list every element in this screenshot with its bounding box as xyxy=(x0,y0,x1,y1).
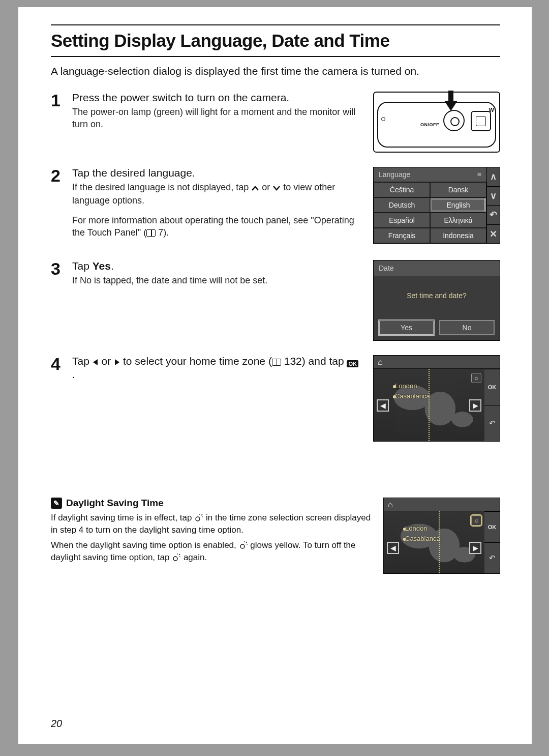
step-3-heading: Tap Yes. xyxy=(72,260,364,272)
triangle-right-icon xyxy=(114,356,120,368)
language-option[interactable]: Indonesia xyxy=(430,228,486,243)
page-title: Setting Display Language, Date and Time xyxy=(51,31,500,51)
step-1-desc: The power-on lamp (green) will light for… xyxy=(72,106,364,131)
date-screen-title: Date xyxy=(374,260,500,276)
figure-date-prompt: Date Set time and date? Yes No xyxy=(373,260,500,341)
dst-icon xyxy=(194,513,203,522)
top-rule xyxy=(51,24,500,25)
close-button[interactable]: ✕ xyxy=(486,225,500,244)
svg-point-7 xyxy=(240,544,245,548)
step-3: 3 Tap Yes. If No is tapped, the date and… xyxy=(51,260,500,341)
book-icon xyxy=(146,229,156,237)
shutter-button-icon xyxy=(471,111,491,131)
step-2-number: 2 xyxy=(51,167,65,246)
nav-right-button[interactable]: ▶ xyxy=(469,399,481,412)
onoff-label: ON/OFF xyxy=(420,122,439,127)
figure-camera-top: ON/OFF W xyxy=(373,92,500,153)
ok-button[interactable]: OK xyxy=(484,369,500,405)
language-option-selected[interactable]: English xyxy=(430,197,486,213)
meridian-line xyxy=(439,511,440,573)
note-daylight-saving: ✎ Daylight Saving Time If daylight savin… xyxy=(51,498,500,574)
power-switch-icon xyxy=(443,110,465,131)
svg-marker-1 xyxy=(93,359,98,365)
note-title: Daylight Saving Time xyxy=(66,498,164,509)
step-1: 1 Press the power switch to turn on the … xyxy=(51,92,500,153)
step-2-desc: If the desired language is not displayed… xyxy=(72,181,364,239)
language-option[interactable]: Dansk xyxy=(430,182,486,197)
dst-icon xyxy=(172,553,181,562)
no-button[interactable]: No xyxy=(439,320,495,335)
book-icon xyxy=(272,359,281,366)
svg-point-11 xyxy=(173,557,177,561)
home-icon: ⌂ xyxy=(378,358,383,367)
note-badge-icon: ✎ xyxy=(51,498,62,509)
dst-toggle[interactable]: ☼ xyxy=(471,373,481,383)
back-button[interactable]: ↶ xyxy=(484,405,500,441)
meridian-line xyxy=(429,369,430,441)
figure-timezone-dst-screen: ⌂ London Casablanca ◀ ▶ ☼ OK ↶ xyxy=(383,498,500,574)
svg-point-3 xyxy=(196,517,200,521)
page-number: 20 xyxy=(51,718,62,730)
nav-right-button[interactable]: ▶ xyxy=(469,542,481,554)
title-underline xyxy=(51,56,500,57)
figure-timezone-screen: ⌂ London Casablanca ◀ ▶ ☼ OK ↶ xyxy=(373,355,500,442)
svg-line-10 xyxy=(246,542,247,543)
step-2: 2 Tap the desired language. If the desir… xyxy=(51,167,500,246)
language-screen-title: Language ≡ xyxy=(374,167,486,182)
nav-left-button[interactable]: ◀ xyxy=(377,399,389,412)
step-4-number: 4 xyxy=(51,355,65,442)
triangle-left-icon xyxy=(93,356,99,368)
svg-line-14 xyxy=(179,554,180,555)
date-prompt-text: Set time and date? xyxy=(374,276,500,315)
dst-toggle-on[interactable]: ☼ xyxy=(471,515,481,526)
step-3-number: 3 xyxy=(51,260,65,341)
step-2-heading: Tap the desired language. xyxy=(72,167,364,179)
figure-language-screen: Language ≡ Čeština Dansk Deutsch English… xyxy=(373,167,500,244)
language-option[interactable]: Español xyxy=(374,213,430,228)
step-4-heading: Tap or to select your home time zone ( 1… xyxy=(72,355,364,381)
step-1-number: 1 xyxy=(51,92,65,153)
chevron-down-icon xyxy=(272,182,281,194)
menu-icon[interactable]: ≡ xyxy=(477,170,481,179)
step-3-desc: If No is tapped, the date and time will … xyxy=(72,274,364,286)
home-icon: ⌂ xyxy=(388,500,393,509)
w-label: W xyxy=(489,107,494,113)
yes-button[interactable]: Yes xyxy=(379,320,434,335)
svg-line-6 xyxy=(201,514,202,515)
language-option[interactable]: Deutsch xyxy=(374,197,430,213)
back-button[interactable]: ↶ xyxy=(486,206,500,225)
step-1-heading: Press the power switch to turn on the ca… xyxy=(72,92,364,104)
chevron-up-icon xyxy=(251,182,259,194)
manual-page: Setting Display Language, Date and Time … xyxy=(18,7,532,744)
scroll-up-button[interactable]: ∧ xyxy=(486,167,500,187)
ok-button[interactable]: OK xyxy=(484,511,500,542)
svg-marker-0 xyxy=(444,91,458,111)
city-label: Casablanca xyxy=(405,535,440,542)
down-arrow-icon xyxy=(442,91,460,113)
language-option[interactable]: Čeština xyxy=(374,182,430,197)
ok-icon: OK xyxy=(347,360,358,367)
nav-left-button[interactable]: ◀ xyxy=(387,542,399,554)
note-body: If daylight saving time is in effect, ta… xyxy=(51,512,374,563)
city-label: London xyxy=(405,525,427,532)
scroll-down-button[interactable]: ∨ xyxy=(486,187,500,206)
language-option[interactable]: Ελληνικά xyxy=(430,213,486,228)
city-label: Casablanca xyxy=(395,392,430,400)
dst-icon xyxy=(239,541,248,550)
back-button[interactable]: ↶ xyxy=(484,542,500,573)
step-4: 4 Tap or to select your home time zone (… xyxy=(51,355,500,442)
intro-text: A language-selection dialog is displayed… xyxy=(51,65,500,77)
svg-marker-2 xyxy=(115,359,119,365)
city-label: London xyxy=(395,382,417,390)
language-option[interactable]: Français xyxy=(374,228,430,243)
